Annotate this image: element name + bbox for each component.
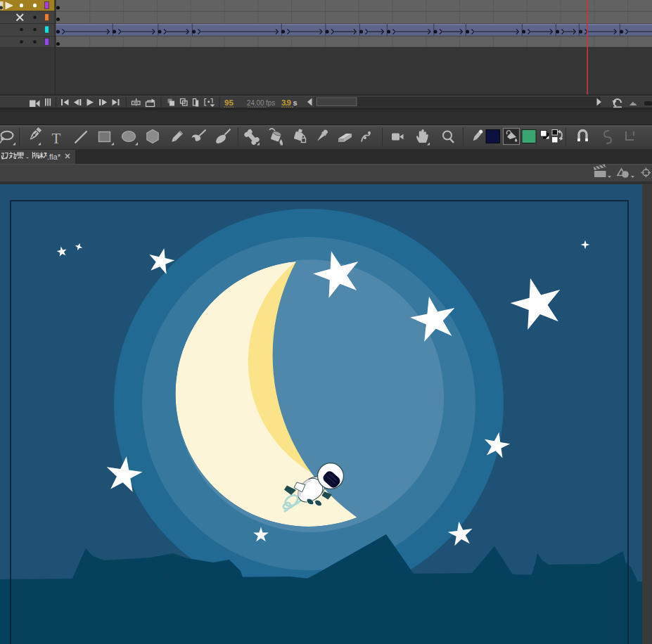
svg-text:95: 95	[224, 98, 234, 107]
svg-text:s: s	[293, 98, 298, 107]
svg-text:-: -	[26, 153, 29, 161]
svg-text:T: T	[52, 130, 61, 147]
svg-text:24.00 fps: 24.00 fps	[247, 98, 275, 107]
svg-text:.fla*: .fla*	[47, 153, 61, 161]
svg-text:3.9: 3.9	[281, 98, 291, 107]
